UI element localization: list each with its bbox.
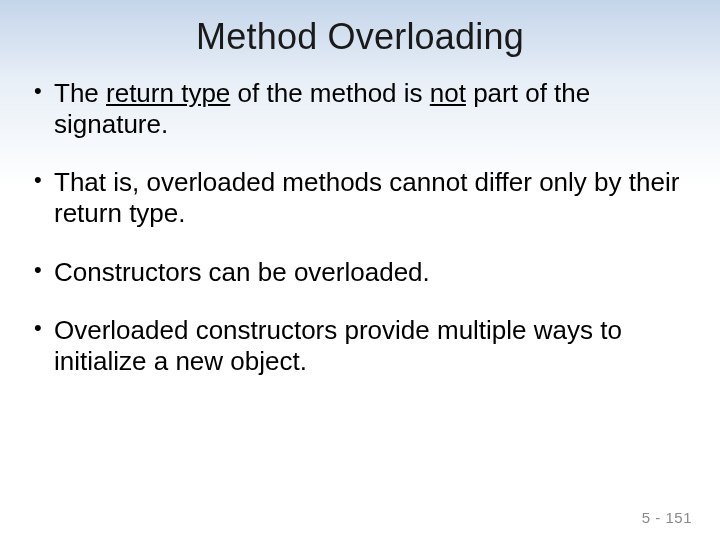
list-item: Constructors can be overloaded. xyxy=(30,257,690,288)
bullet-list: The return type of the method is not par… xyxy=(30,78,690,377)
slide-number: 5 - 151 xyxy=(642,509,692,526)
list-item: Overloaded constructors provide multiple… xyxy=(30,315,690,376)
slide-title: Method Overloading xyxy=(0,0,720,68)
list-item: The return type of the method is not par… xyxy=(30,78,690,139)
text-segment: of the method is xyxy=(230,78,429,108)
underlined-text: not xyxy=(430,78,466,108)
list-item: That is, overloaded methods cannot diffe… xyxy=(30,167,690,228)
text-segment: The xyxy=(54,78,106,108)
underlined-text: return type xyxy=(106,78,230,108)
slide-body: The return type of the method is not par… xyxy=(0,68,720,377)
